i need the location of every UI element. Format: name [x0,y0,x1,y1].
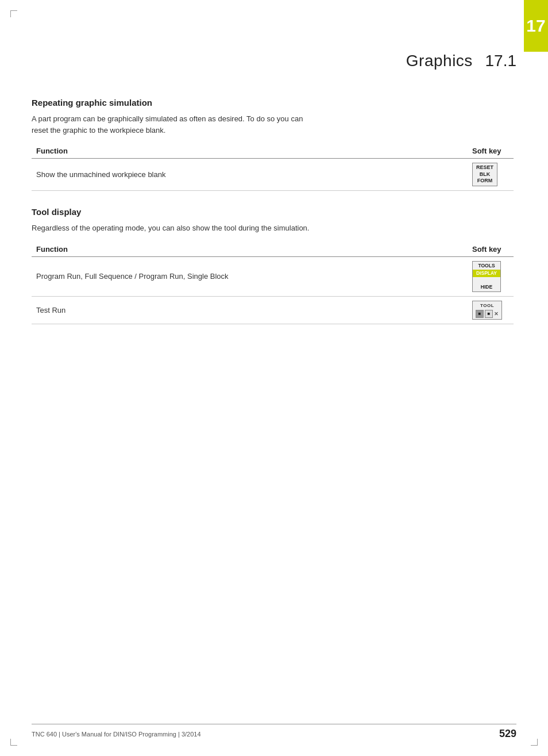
section2-row2-function: Test Run [32,296,468,324]
section2-col1-header: Function [32,242,468,257]
corner-mark-br [531,739,538,746]
section2-heading: Tool display [32,207,514,217]
section-number: 17.1 [485,52,517,70]
corner-mark-tl [10,10,17,17]
tool-icon-mid: ■ [485,310,493,318]
tool-icon-x: ✕ [494,310,499,318]
section2-row1-function: Program Run, Full Sequence / Program Run… [32,256,468,296]
chapter-tab: 17 [524,0,548,52]
section1-body: A part program can be graphically simula… [32,113,319,136]
section1-row1-function: Show the unmachined workpiece blank [32,159,468,191]
table-row: Program Run, Full Sequence / Program Run… [32,256,514,296]
section2-row1-softkey: TOOLSDISPLAYHIDE [468,256,514,296]
chapter-number: 17 [526,17,545,34]
softkey-tools-display-hide: TOOLSDISPLAYHIDE [472,261,501,292]
softkey-tool-icons: TOOL ■ ■ ✕ [472,301,502,320]
footer-left-text: TNC 640 | User's Manual for DIN/ISO Prog… [32,731,201,738]
table-row: Test Run TOOL ■ ■ ✕ [32,296,514,324]
section1-heading: Repeating graphic simulation [32,98,514,108]
page-header: Graphics 17.1 [406,52,516,70]
section1-col1-header: Function [32,144,468,159]
section2-body: Regardless of the operating mode, you ca… [32,222,319,234]
section-title: Graphics [406,52,473,70]
section2-row2-softkey: TOOL ■ ■ ✕ [468,296,514,324]
section2-table: Function Soft key Program Run, Full Sequ… [32,242,514,324]
softkey-reset-blk-form: RESETBLKFORM [472,163,497,186]
tool-icon-active: ■ [476,310,484,318]
section1-col2-header: Soft key [468,144,514,159]
page-footer: TNC 640 | User's Manual for DIN/ISO Prog… [32,724,516,740]
corner-mark-bl [10,739,17,746]
section1-row1-softkey: RESETBLKFORM [468,159,514,191]
table-row: Show the unmachined workpiece blank RESE… [32,159,514,191]
footer-page-number: 529 [499,728,516,740]
section2-col2-header: Soft key [468,242,514,257]
section1-table: Function Soft key Show the unmachined wo… [32,144,514,191]
main-content: Repeating graphic simulation A part prog… [32,98,514,330]
